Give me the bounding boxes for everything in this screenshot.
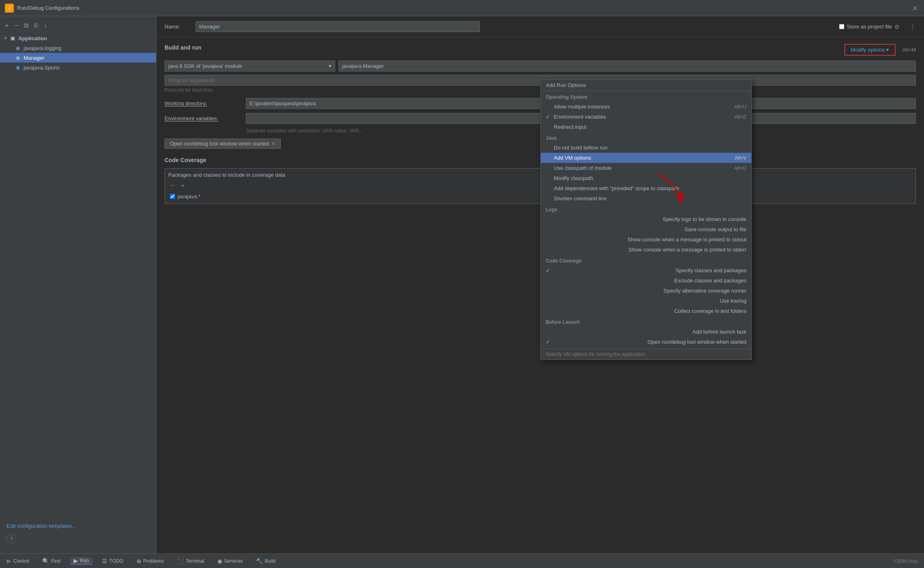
status-label-todo: TODO <box>109 558 123 564</box>
dropdown-item-label-env: Environment variables <box>554 114 606 120</box>
dropdown-item-label-before-task: Add before launch task <box>692 329 746 335</box>
dropdown-item-label-allow: Allow multiple instances <box>554 104 610 110</box>
gear-icon[interactable]: ⚙ <box>894 24 900 30</box>
status-item-services[interactable]: ◉ Services <box>214 558 246 564</box>
dropdown-item-classpath-module[interactable]: Use classpath of module Alt+O <box>541 163 751 173</box>
check-icon-save-console <box>546 226 552 232</box>
edit-templates-link[interactable]: Edit configuration templates... <box>3 521 153 531</box>
status-item-build[interactable]: 🔨 Build <box>253 558 279 564</box>
status-bar: ⊳ Control 🔍 Find ▶ Run ☰ TODO ⊕ Problems… <box>0 553 924 568</box>
dropdown-item-label-no-build: Do not build before run <box>554 145 607 151</box>
check-icon-exclude <box>546 277 552 284</box>
remove-coverage-button[interactable]: − <box>168 181 177 190</box>
add-config-button[interactable]: + <box>3 21 10 30</box>
coverage-item-label: javajava.* <box>178 193 200 199</box>
dropdown-item-before-launch-task[interactable]: Add before launch task <box>541 327 751 337</box>
add-coverage-button[interactable]: + <box>178 181 187 190</box>
content-header: Name: Store as project file ⚙ ⋮ <box>156 16 924 37</box>
check-icon-add-vm <box>546 155 552 161</box>
modify-options-button[interactable]: Modify options ▾ <box>844 44 896 56</box>
sidebar-item-javajava-sports[interactable]: ▣ javajava.Sports <box>0 63 156 72</box>
dropdown-section-before-launch: Before Launch <box>541 316 751 327</box>
dropdown-item-spec-logs[interactable]: Specify logs to be shown in console <box>541 214 751 224</box>
sdk-select[interactable]: java 8 SDK of 'javajava' module ▾ <box>165 61 335 72</box>
chevron-down-icon-modify: ▾ <box>886 47 889 53</box>
dropdown-item-add-deps[interactable]: Add dependencies with "provided" scope t… <box>541 183 751 193</box>
tag-close-icon[interactable]: ✕ <box>271 141 275 147</box>
dropdown-item-modify-classpath[interactable]: Modify classpath <box>541 173 751 183</box>
status-label-services: Services <box>224 558 243 564</box>
dropdown-bottom-hint: Specify VM options for running the appli… <box>541 349 751 360</box>
close-button[interactable]: ✕ <box>912 4 917 12</box>
dropdown-section-coverage: Code Coverage <box>541 255 751 265</box>
more-button[interactable]: ⋮ <box>909 23 916 30</box>
dropdown-item-collect-coverage[interactable]: Collect coverage in test folders <box>541 306 751 316</box>
check-icon-tracing <box>546 298 552 304</box>
save-config-button[interactable]: ⎘ <box>33 21 40 30</box>
store-project-file-label: Store as project file <box>847 24 892 30</box>
dropdown-item-spec-classes[interactable]: ✓ Specify classes and packages <box>541 265 751 275</box>
status-item-find[interactable]: 🔍 Find <box>39 558 64 564</box>
dropdown-item-allow-multiple[interactable]: Allow multiple instances Alt+U <box>541 102 751 112</box>
sidebar-item-application[interactable]: ▼ ▣ Application <box>0 33 156 43</box>
copy-config-button[interactable]: ⧉ <box>22 21 30 30</box>
dropdown-item-add-vm[interactable]: Add VM options Alt+V <box>541 153 751 163</box>
todo-icon: ☰ <box>102 558 107 564</box>
dropdown-item-shorten-cmd[interactable]: Shorten command line <box>541 193 751 204</box>
dropdown-item-label-add-deps: Add dependencies with "provided" scope t… <box>554 185 679 191</box>
name-input[interactable] <box>195 21 480 32</box>
status-item-control[interactable]: ⊳ Control <box>3 558 33 564</box>
app-icon: J <box>5 4 14 13</box>
check-icon-spec-classes: ✓ <box>546 267 552 273</box>
status-item-todo[interactable]: ☰ TODO <box>99 558 126 564</box>
open-tool-window-button[interactable]: Open run/debug tool window when started … <box>165 139 281 149</box>
dropdown-item-exclude-classes[interactable]: Exclude classes and packages <box>541 275 751 286</box>
add-run-options-header: Add Run Options <box>541 80 751 91</box>
remove-config-button[interactable]: − <box>13 21 20 30</box>
dropdown-item-env-vars[interactable]: ✓ Environment variables Alt+E <box>541 112 751 122</box>
check-icon-allow <box>546 104 552 110</box>
sidebar-item-manager[interactable]: ▣ Manager <box>0 53 156 63</box>
status-item-run[interactable]: ▶ Run <box>70 557 92 565</box>
csdn-info: CSDN ©my... <box>894 559 921 564</box>
dropdown-item-show-stderr[interactable]: Show console when a message is printed t… <box>541 245 751 255</box>
dropdown-item-redirect[interactable]: Redirect input <box>541 122 751 132</box>
control-icon: ⊳ <box>7 558 11 564</box>
status-item-problems[interactable]: ⊕ Problems <box>133 558 167 564</box>
status-item-terminal[interactable]: ⬛ Terminal <box>174 558 207 564</box>
sidebar-toolbar: + − ⧉ ⎘ ↓ <box>0 20 156 33</box>
terminal-icon: ⬛ <box>177 558 184 564</box>
module-input[interactable] <box>338 61 916 72</box>
open-tool-window-label: Open run/debug tool window when started <box>170 141 269 147</box>
sort-config-button[interactable]: ↓ <box>42 21 49 30</box>
build-run-title: Build and run <box>165 44 201 51</box>
coverage-item-checkbox[interactable] <box>170 194 175 199</box>
services-icon: ◉ <box>217 558 222 564</box>
run-icon: ▶ <box>74 557 78 564</box>
dropdown-item-show-stdout[interactable]: Show console when a message is printed t… <box>541 234 751 245</box>
shortcut-env: Alt+E <box>735 114 746 120</box>
dropdown-item-save-console[interactable]: Save console output to file <box>541 224 751 234</box>
application-icon: ▣ <box>9 35 16 41</box>
modify-options-shortcut: Alt+M <box>902 47 916 53</box>
store-project-file-checkbox[interactable] <box>839 24 844 29</box>
dropdown-item-open-tool-before[interactable]: ✓ Open run/debug tool window when starte… <box>541 337 751 347</box>
status-label-control: Control <box>13 558 29 564</box>
dropdown-item-alt-runner[interactable]: Specify alternative coverage runner <box>541 286 751 296</box>
sdk-select-label: java 8 SDK of 'javajava' module <box>168 63 242 69</box>
help-button[interactable]: ? <box>7 534 16 544</box>
sidebar-item-label-sports: javajava.Sports <box>24 65 60 71</box>
dropdown-item-use-tracing[interactable]: Use tracing <box>541 296 751 306</box>
main-layout: + − ⧉ ⎘ ↓ ▼ ▣ Application ▣ javajava.log… <box>0 16 924 553</box>
config-icon-manager: ▣ <box>15 54 21 61</box>
check-icon-add-deps <box>546 185 552 191</box>
sidebar-item-label-manager: Manager <box>24 55 44 61</box>
config-icon-sports: ▣ <box>15 64 21 71</box>
sidebar-item-javajava-logging[interactable]: ▣ javajava.logging <box>0 43 156 53</box>
dropdown-item-label-collect-cov: Collect coverage in test folders <box>674 308 746 314</box>
shortcut-allow: Alt+U <box>734 104 746 110</box>
dropdown-item-label-show-stderr: Show console when a message is printed t… <box>629 247 747 253</box>
dropdown-item-no-build[interactable]: Do not build before run <box>541 143 751 153</box>
check-icon-env: ✓ <box>546 114 552 120</box>
shortcut-add-vm: Alt+V <box>735 155 746 161</box>
